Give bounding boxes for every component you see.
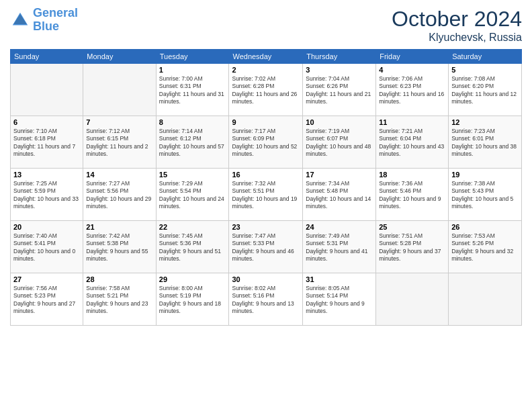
calendar-cell: 3 Sunrise: 7:04 AMSunset: 6:26 PMDayligh… [303, 64, 376, 116]
day-number: 18 [379, 171, 445, 179]
day-info: Sunrise: 7:14 AMSunset: 6:12 PMDaylight:… [159, 128, 226, 158]
calendar-cell: 22 Sunrise: 7:45 AMSunset: 5:36 PMDaylig… [156, 221, 229, 273]
day-number: 15 [159, 171, 226, 179]
calendar-cell [83, 64, 156, 116]
calendar-cell: 31 Sunrise: 8:05 AMSunset: 5:14 PMDaylig… [303, 273, 376, 326]
calendar-cell: 12 Sunrise: 7:23 AMSunset: 6:01 PMDaylig… [449, 116, 522, 169]
day-info: Sunrise: 7:34 AMSunset: 5:48 PMDaylight:… [306, 180, 373, 211]
day-number: 1 [159, 66, 226, 74]
col-saturday: Saturday [449, 50, 522, 64]
day-number: 19 [451, 171, 519, 179]
day-info: Sunrise: 7:53 AMSunset: 5:26 PMDaylight:… [451, 232, 519, 263]
calendar-cell: 9 Sunrise: 7:17 AMSunset: 6:09 PMDayligh… [229, 116, 303, 169]
col-wednesday: Wednesday [229, 50, 303, 64]
day-number: 10 [306, 118, 373, 126]
week-row-2: 6 Sunrise: 7:10 AMSunset: 6:18 PMDayligh… [11, 116, 522, 169]
day-info: Sunrise: 7:49 AMSunset: 5:31 PMDaylight:… [306, 232, 373, 263]
day-number: 30 [232, 275, 300, 283]
calendar-cell: 16 Sunrise: 7:32 AMSunset: 5:51 PMDaylig… [229, 169, 303, 221]
col-tuesday: Tuesday [156, 50, 229, 64]
week-row-5: 27 Sunrise: 7:56 AMSunset: 5:23 PMDaylig… [11, 273, 522, 326]
col-friday: Friday [376, 50, 449, 64]
calendar-cell: 30 Sunrise: 8:02 AMSunset: 5:16 PMDaylig… [229, 273, 303, 326]
day-number: 23 [232, 223, 300, 231]
calendar-cell: 20 Sunrise: 7:40 AMSunset: 5:41 PMDaylig… [11, 221, 83, 273]
day-info: Sunrise: 7:25 AMSunset: 5:59 PMDaylight:… [13, 180, 80, 211]
day-number: 20 [13, 223, 80, 231]
day-info: Sunrise: 8:02 AMSunset: 5:16 PMDaylight:… [232, 285, 300, 316]
day-info: Sunrise: 7:45 AMSunset: 5:36 PMDaylight:… [159, 232, 226, 263]
day-info: Sunrise: 7:32 AMSunset: 5:51 PMDaylight:… [232, 180, 300, 211]
day-info: Sunrise: 7:00 AMSunset: 6:31 PMDaylight:… [159, 75, 226, 106]
calendar-cell: 7 Sunrise: 7:12 AMSunset: 6:15 PMDayligh… [83, 116, 156, 169]
calendar-cell: 27 Sunrise: 7:56 AMSunset: 5:23 PMDaylig… [11, 273, 83, 326]
day-info: Sunrise: 7:29 AMSunset: 5:54 PMDaylight:… [159, 180, 226, 211]
calendar-cell: 8 Sunrise: 7:14 AMSunset: 6:12 PMDayligh… [156, 116, 229, 169]
calendar-cell: 21 Sunrise: 7:42 AMSunset: 5:38 PMDaylig… [83, 221, 156, 273]
calendar-cell: 11 Sunrise: 7:21 AMSunset: 6:04 PMDaylig… [376, 116, 449, 169]
weekday-header-row: Sunday Monday Tuesday Wednesday Thursday… [11, 50, 522, 64]
calendar-cell: 10 Sunrise: 7:19 AMSunset: 6:07 PMDaylig… [303, 116, 376, 169]
day-info: Sunrise: 7:17 AMSunset: 6:09 PMDaylight:… [232, 128, 300, 158]
day-info: Sunrise: 7:36 AMSunset: 5:46 PMDaylight:… [379, 180, 445, 211]
day-number: 5 [451, 66, 519, 74]
calendar-cell [376, 273, 449, 326]
title-block: October 2024 Klyuchevsk, Russia [392, 7, 522, 44]
logo: General Blue [10, 7, 78, 34]
calendar-cell: 29 Sunrise: 8:00 AMSunset: 5:19 PMDaylig… [156, 273, 229, 326]
day-number: 2 [232, 66, 300, 74]
calendar-cell: 15 Sunrise: 7:29 AMSunset: 5:54 PMDaylig… [156, 169, 229, 221]
calendar-cell: 14 Sunrise: 7:27 AMSunset: 5:56 PMDaylig… [83, 169, 156, 221]
week-row-4: 20 Sunrise: 7:40 AMSunset: 5:41 PMDaylig… [11, 221, 522, 273]
day-number: 16 [232, 171, 300, 179]
calendar-cell: 1 Sunrise: 7:00 AMSunset: 6:31 PMDayligh… [156, 64, 229, 116]
day-number: 27 [13, 275, 80, 283]
calendar-cell: 19 Sunrise: 7:38 AMSunset: 5:43 PMDaylig… [449, 169, 522, 221]
week-row-3: 13 Sunrise: 7:25 AMSunset: 5:59 PMDaylig… [11, 169, 522, 221]
day-info: Sunrise: 7:38 AMSunset: 5:43 PMDaylight:… [451, 180, 519, 211]
calendar-cell: 6 Sunrise: 7:10 AMSunset: 6:18 PMDayligh… [11, 116, 83, 169]
location: Klyuchevsk, Russia [392, 32, 522, 44]
day-number: 24 [306, 223, 373, 231]
day-number: 21 [86, 223, 152, 231]
calendar-cell: 17 Sunrise: 7:34 AMSunset: 5:48 PMDaylig… [303, 169, 376, 221]
day-number: 3 [306, 66, 373, 74]
day-number: 17 [306, 171, 373, 179]
day-number: 14 [86, 171, 152, 179]
day-info: Sunrise: 7:04 AMSunset: 6:26 PMDaylight:… [306, 75, 373, 106]
day-number: 8 [159, 118, 226, 126]
day-info: Sunrise: 7:19 AMSunset: 6:07 PMDaylight:… [306, 128, 373, 158]
col-thursday: Thursday [303, 50, 376, 64]
logo-icon [10, 10, 30, 30]
day-number: 13 [13, 171, 80, 179]
day-info: Sunrise: 7:23 AMSunset: 6:01 PMDaylight:… [451, 128, 519, 158]
day-info: Sunrise: 7:21 AMSunset: 6:04 PMDaylight:… [379, 128, 445, 158]
calendar-cell: 5 Sunrise: 7:08 AMSunset: 6:20 PMDayligh… [449, 64, 522, 116]
day-number: 22 [159, 223, 226, 231]
calendar-cell: 24 Sunrise: 7:49 AMSunset: 5:31 PMDaylig… [303, 221, 376, 273]
svg-marker-1 [13, 14, 27, 24]
calendar-cell [449, 273, 522, 326]
day-number: 29 [159, 275, 226, 283]
day-info: Sunrise: 7:56 AMSunset: 5:23 PMDaylight:… [13, 285, 80, 316]
month-title: October 2024 [392, 7, 522, 32]
day-info: Sunrise: 7:58 AMSunset: 5:21 PMDaylight:… [86, 285, 152, 316]
day-info: Sunrise: 7:02 AMSunset: 6:28 PMDaylight:… [232, 75, 300, 106]
day-info: Sunrise: 7:10 AMSunset: 6:18 PMDaylight:… [13, 128, 80, 158]
day-info: Sunrise: 7:51 AMSunset: 5:28 PMDaylight:… [379, 232, 445, 263]
day-number: 31 [306, 275, 373, 283]
col-monday: Monday [83, 50, 156, 64]
day-info: Sunrise: 7:42 AMSunset: 5:38 PMDaylight:… [86, 232, 152, 263]
day-info: Sunrise: 8:05 AMSunset: 5:14 PMDaylight:… [306, 285, 373, 316]
day-number: 28 [86, 275, 152, 283]
calendar-cell: 26 Sunrise: 7:53 AMSunset: 5:26 PMDaylig… [449, 221, 522, 273]
day-number: 6 [13, 118, 80, 126]
logo-text: General Blue [33, 7, 78, 34]
calendar-cell: 25 Sunrise: 7:51 AMSunset: 5:28 PMDaylig… [376, 221, 449, 273]
day-number: 4 [379, 66, 445, 74]
day-info: Sunrise: 7:06 AMSunset: 6:23 PMDaylight:… [379, 75, 445, 106]
col-sunday: Sunday [11, 50, 83, 64]
calendar-page: General Blue October 2024 Klyuchevsk, Ru… [0, 0, 532, 411]
calendar-cell: 13 Sunrise: 7:25 AMSunset: 5:59 PMDaylig… [11, 169, 83, 221]
page-header: General Blue October 2024 Klyuchevsk, Ru… [10, 7, 522, 44]
